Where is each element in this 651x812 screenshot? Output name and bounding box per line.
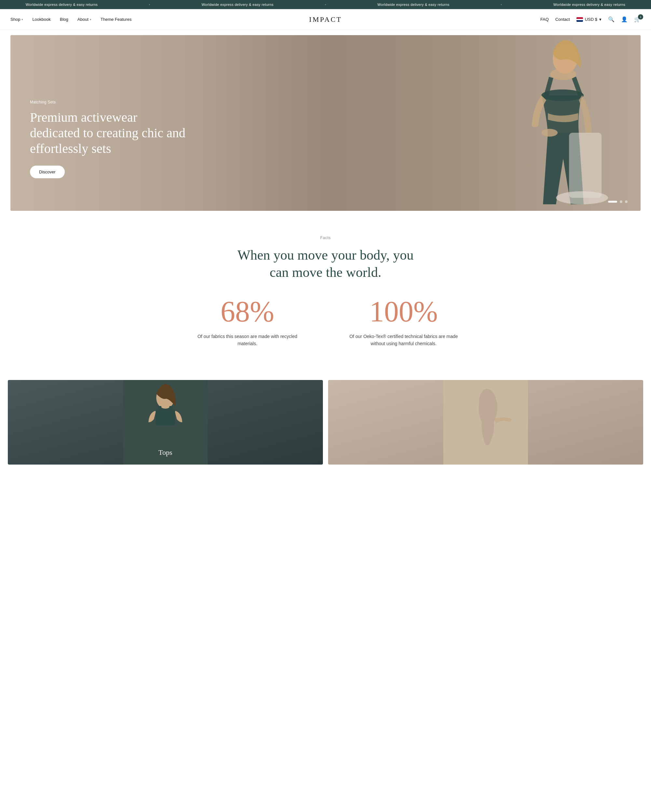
facts-section: Facts When you move your body, you can m… <box>0 216 651 367</box>
announcement-text-4: Worldwide express delivery & easy return… <box>553 3 625 6</box>
svg-point-3 <box>541 129 558 137</box>
hero-wrapper: Matching Sets Premium activewear dedicat… <box>0 30 651 216</box>
discover-button[interactable]: Discover <box>30 166 65 178</box>
category-2-background <box>328 380 643 464</box>
svg-rect-9 <box>158 406 162 412</box>
nav-faq[interactable]: FAQ <box>540 17 549 22</box>
announcement-text-2: Worldwide express delivery & easy return… <box>202 3 274 6</box>
nav-about[interactable]: About ▾ <box>78 17 92 22</box>
nav-blog[interactable]: Blog <box>60 17 68 22</box>
stats-row: 68% Of our fabrics this season are made … <box>11 297 640 348</box>
announcement-bar: Worldwide express delivery & easy return… <box>0 0 651 9</box>
hero-eyebrow: Matching Sets <box>30 100 186 104</box>
category-section: Tops <box>0 367 651 464</box>
nav-contact[interactable]: Contact <box>555 17 570 22</box>
category-card-tops[interactable]: Tops <box>8 380 323 464</box>
nav-left: Shop ▾ Lookbook Blog About ▾ Theme Featu… <box>11 17 131 22</box>
facts-eyebrow: Facts <box>11 235 640 240</box>
hero-dot-1[interactable] <box>608 201 617 203</box>
hero-section: Matching Sets Premium activewear dedicat… <box>11 35 640 211</box>
currency-chevron: ▾ <box>599 17 602 22</box>
nav-theme-features[interactable]: Theme Features <box>101 17 131 22</box>
navbar: Shop ▾ Lookbook Blog About ▾ Theme Featu… <box>0 9 651 30</box>
stat-desc-2: Of our Oeko-Tex® certified technical fab… <box>348 333 459 348</box>
hero-title: Premium activewear dedicated to creating… <box>30 110 186 156</box>
svg-rect-5 <box>569 133 602 198</box>
stat-desc-1: Of our fabrics this season are made with… <box>192 333 303 348</box>
hero-image <box>200 35 640 211</box>
svg-rect-10 <box>169 406 173 412</box>
dot-2: ● <box>325 4 326 6</box>
category-2-image <box>328 380 643 464</box>
stat-number-2: 100% <box>339 297 469 326</box>
announcement-text-1: Worldwide express delivery & easy return… <box>26 3 98 6</box>
nav-right: FAQ Contact USD $ ▾ 🔍 👤 🛒 1 <box>540 16 640 23</box>
cart-count-badge: 1 <box>638 14 643 20</box>
stat-item-2: 100% Of our Oeko-Tex® certified technica… <box>326 297 482 348</box>
currency-selector[interactable]: USD $ ▾ <box>576 17 602 22</box>
shop-chevron: ▾ <box>21 18 23 21</box>
dot-3: ● <box>501 4 502 6</box>
hero-content: Matching Sets Premium activewear dedicat… <box>30 100 186 178</box>
hero-dot-2[interactable] <box>620 200 622 203</box>
stat-number-1: 68% <box>182 297 312 326</box>
search-icon[interactable]: 🔍 <box>608 16 614 23</box>
announcement-text-3: Worldwide express delivery & easy return… <box>377 3 449 6</box>
hero-dots <box>608 200 628 203</box>
stat-item-1: 68% Of our fabrics this season are made … <box>169 297 326 348</box>
facts-title: When you move your body, you can move th… <box>228 247 423 281</box>
cart-icon[interactable]: 🛒 1 <box>634 16 640 23</box>
flag-icon <box>576 17 583 22</box>
category-label-tops: Tops <box>159 448 172 457</box>
dot-1: ● <box>149 4 150 6</box>
about-chevron: ▾ <box>90 18 92 21</box>
currency-label: USD $ <box>585 17 597 22</box>
hero-dot-3[interactable] <box>625 200 628 203</box>
category-card-2[interactable] <box>328 380 643 464</box>
account-icon[interactable]: 👤 <box>621 16 628 23</box>
nav-lookbook[interactable]: Lookbook <box>32 17 50 22</box>
nav-shop[interactable]: Shop ▾ <box>11 17 23 22</box>
site-logo[interactable]: IMPACT <box>309 15 342 24</box>
